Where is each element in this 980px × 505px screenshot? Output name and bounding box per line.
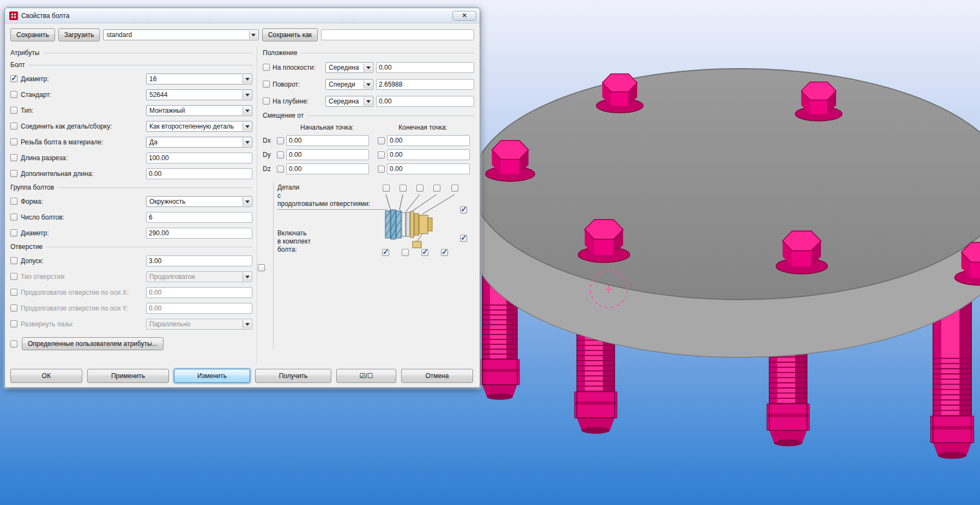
dy-start-input[interactable] <box>286 149 369 160</box>
dz-end-checkbox[interactable] <box>378 166 385 173</box>
slot-x-checkbox[interactable] <box>10 289 17 296</box>
dz-start-checkbox[interactable] <box>277 166 284 173</box>
save-as-button[interactable]: Сохранить как <box>262 28 318 41</box>
assembly-part2-checkbox[interactable] <box>400 185 407 192</box>
at-depth-checkbox[interactable] <box>263 98 270 105</box>
toggle-checkboxes-button[interactable]: ☑/☐ <box>336 369 396 383</box>
kit-washer1-checkbox[interactable] <box>382 249 389 256</box>
field-row: Тип: Монтажный <box>10 102 252 118</box>
dx-start-checkbox[interactable] <box>277 137 284 144</box>
profile-select[interactable]: standard <box>103 29 258 40</box>
thread-in-material-checkbox[interactable] <box>10 138 17 145</box>
chevron-down-icon <box>243 75 251 83</box>
include-in-assembly-checkbox[interactable] <box>460 235 467 242</box>
slot-y-input[interactable] <box>146 303 252 314</box>
assembly-divider <box>273 182 274 349</box>
on-plane-select[interactable]: Середина <box>325 62 373 73</box>
dx-end-input[interactable] <box>387 135 470 146</box>
on-plane-checkbox[interactable] <box>263 64 270 71</box>
bolt-assembly-section: Детали с продолговатыми отверстиями: Вкл… <box>263 181 474 351</box>
save-as-input[interactable] <box>321 29 474 40</box>
user-attributes-button[interactable]: Определенные пользователем атрибуты... <box>22 337 164 350</box>
profile-value: standard <box>106 31 132 39</box>
bolt-diameter-value: 16 <box>149 75 156 83</box>
field-row: Соединить как деталь/сборку: Как второст… <box>10 118 252 134</box>
kit-nut-checkbox[interactable] <box>441 249 448 256</box>
slot-x-input[interactable] <box>146 287 252 298</box>
at-depth-input[interactable] <box>376 96 474 107</box>
thread-in-material-select[interactable]: Да <box>146 137 252 148</box>
cut-length-checkbox[interactable] <box>10 154 17 161</box>
save-button[interactable]: Сохранить <box>10 28 55 41</box>
field-row: Допуск: <box>10 253 252 269</box>
dialog-title: Свойства болта <box>21 12 449 20</box>
extra-length-checkbox[interactable] <box>10 170 17 177</box>
bolt-standard-select[interactable]: 52644 <box>146 89 252 100</box>
rotate-slots-select[interactable]: Параллельно <box>146 319 252 330</box>
group-diameter-checkbox[interactable] <box>10 229 17 236</box>
kit-washer3-checkbox[interactable] <box>421 249 428 256</box>
tolerance-input[interactable] <box>146 255 252 266</box>
dy-start-checkbox[interactable] <box>277 151 284 159</box>
group-shape-checkbox[interactable] <box>10 198 17 205</box>
start-point-header: Начальная точка: <box>279 124 375 131</box>
dz-end-input[interactable] <box>387 163 470 174</box>
rotate-slots-checkbox[interactable] <box>10 320 17 327</box>
rotate-slots-label: Развернуть пазы: <box>21 320 143 328</box>
assembly-part1-checkbox[interactable] <box>383 185 390 192</box>
bolt-diameter-select[interactable]: 16 <box>146 74 252 84</box>
cut-length-input[interactable] <box>146 153 252 163</box>
close-button[interactable]: ✕ <box>452 11 476 21</box>
bolt-group-section-header: Группа болтов <box>10 181 252 193</box>
chevron-down-icon <box>364 97 372 106</box>
dx-end-checkbox[interactable] <box>378 137 385 144</box>
slotted-parts-checkbox[interactable] <box>460 206 467 214</box>
dy-end-input[interactable] <box>387 149 470 160</box>
bolt-type-select[interactable]: Монтажный <box>146 105 252 116</box>
group-diameter-input[interactable] <box>146 228 252 239</box>
cancel-button[interactable]: Отмена <box>401 369 473 383</box>
bolt-count-checkbox[interactable] <box>10 214 17 221</box>
rotation-checkbox[interactable] <box>263 81 270 88</box>
get-button[interactable]: Получить <box>255 369 331 383</box>
extra-length-input[interactable] <box>146 168 252 179</box>
dialog-titlebar[interactable]: Свойства болта ✕ <box>5 8 480 23</box>
hole-type-value: Продолговатое <box>149 273 195 281</box>
profile-toolbar: Сохранить Загрузить standard Сохранить к… <box>10 28 474 41</box>
kit-washer2-checkbox[interactable] <box>402 249 409 256</box>
load-button[interactable]: Загрузить <box>58 28 100 41</box>
modify-button[interactable]: Изменить <box>174 369 250 383</box>
bolt-type-checkbox[interactable] <box>10 107 17 114</box>
assembly-part5-checkbox[interactable] <box>451 185 458 192</box>
hole-type-select[interactable]: Продолговатое <box>146 271 252 282</box>
group-shape-select[interactable]: Окружность <box>146 196 252 207</box>
dz-start-input[interactable] <box>286 163 369 174</box>
at-depth-select[interactable]: Середина <box>325 96 373 107</box>
hole-type-checkbox[interactable] <box>10 273 17 280</box>
bolt-count-input[interactable] <box>146 212 252 223</box>
dx-start-input[interactable] <box>286 135 369 146</box>
dy-end-checkbox[interactable] <box>378 151 385 159</box>
bolt-assembly-diagram <box>379 194 462 251</box>
assembly-side-checkbox[interactable] <box>258 264 265 271</box>
position-panel: Положение На плоскости: Середина Поворот… <box>257 47 474 364</box>
on-plane-input[interactable] <box>376 62 474 73</box>
uda-checkbox[interactable] <box>10 340 17 348</box>
tolerance-checkbox[interactable] <box>10 257 17 264</box>
bolt-standard-checkbox[interactable] <box>10 91 17 98</box>
ok-button[interactable]: ОК <box>10 369 82 383</box>
assembly-part3-checkbox[interactable] <box>416 185 424 192</box>
connect-as-select[interactable]: Как второстепенную деталь <box>146 121 252 132</box>
slot-y-checkbox[interactable] <box>10 305 17 312</box>
attributes-header: Атрибуты <box>10 47 252 59</box>
rotation-input[interactable] <box>376 79 474 90</box>
extra-length-label: Дополнительная длина: <box>21 170 143 178</box>
connect-as-checkbox[interactable] <box>10 123 17 130</box>
hole-section-header: Отверстие <box>10 241 252 253</box>
rotation-select[interactable]: Спереди <box>325 79 373 90</box>
field-row: Дополнительная длина: <box>10 166 252 181</box>
assembly-part4-checkbox[interactable] <box>433 185 440 192</box>
bolt-section-header: Болт <box>10 59 252 71</box>
apply-button[interactable]: Применить <box>87 369 169 383</box>
bolt-diameter-checkbox[interactable] <box>10 75 17 82</box>
